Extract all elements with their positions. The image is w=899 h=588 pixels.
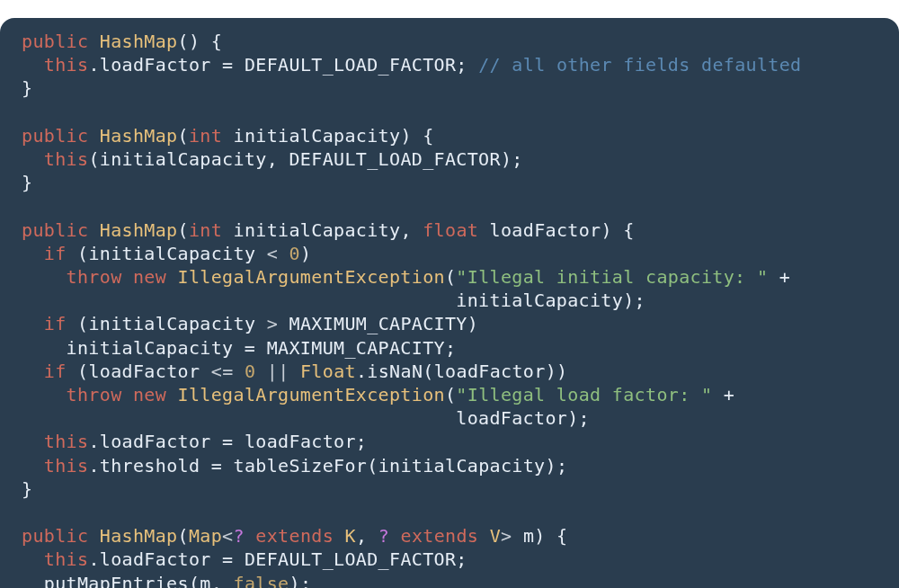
code-token: loadFactor [245, 431, 356, 452]
code-token: , [356, 525, 367, 547]
code-token: new [133, 384, 166, 405]
code-token [289, 361, 300, 382]
code-token [22, 337, 67, 359]
code-token [22, 266, 67, 288]
code-token: IllegalArgumentException [178, 384, 445, 405]
code-token [234, 431, 245, 452]
code-token: , [400, 219, 411, 241]
code-token: ) [556, 361, 567, 382]
code-token: = [222, 54, 233, 76]
code-token: ? [234, 525, 245, 547]
code-token [467, 54, 478, 76]
code-token: = [222, 548, 233, 570]
code-token: ) [501, 148, 512, 170]
code-token: HashMap [100, 125, 178, 147]
code-token [612, 219, 623, 241]
code-token: ( [445, 384, 456, 405]
code-token: "Illegal load factor: " [456, 384, 712, 405]
code-token: ( [423, 361, 433, 382]
code-token: { [556, 525, 567, 547]
code-token [412, 219, 423, 241]
code-token: this [44, 455, 89, 477]
code-token [122, 384, 133, 405]
code-token: HashMap [100, 525, 178, 547]
code-token: extends [255, 525, 334, 547]
code-token [88, 125, 99, 147]
code-token: ( [445, 266, 456, 288]
code-token: = [211, 455, 222, 477]
code-token: this [44, 431, 89, 452]
code-token: ; [635, 290, 645, 311]
code-token: MAXIMUM_CAPACITY [289, 313, 467, 334]
code-token: V [490, 525, 501, 547]
code-token: ; [356, 431, 367, 452]
code-token: false [234, 573, 289, 588]
code-token: isNaN [367, 361, 423, 382]
code-token [389, 525, 400, 547]
code-token: ) [289, 573, 299, 588]
code-token [22, 290, 456, 311]
code-token: float [423, 219, 478, 241]
code-token: ( [178, 125, 189, 147]
code-token: ( [77, 313, 88, 334]
code-token: loadFactor [100, 431, 211, 452]
code-token: . [356, 361, 367, 382]
code-token [166, 384, 177, 405]
code-token [88, 31, 99, 52]
code-token: // all other fields defaulted [478, 54, 801, 76]
code-token [278, 243, 289, 264]
code-token [166, 266, 177, 288]
code-token: ; [579, 407, 590, 429]
code-token: ( [88, 148, 99, 170]
code-token [88, 525, 99, 547]
code-token: initialCapacity [88, 243, 255, 264]
code-token: public [22, 525, 88, 547]
code-token: , [267, 148, 278, 170]
code-token: Map [189, 525, 222, 547]
code-token: ; [512, 148, 522, 170]
code-token: this [44, 54, 89, 76]
code-token: } [22, 172, 32, 193]
code-token: loadFactor [100, 54, 211, 76]
code-token: + [724, 384, 734, 405]
code-token: int [189, 219, 222, 241]
code-token: < [222, 525, 233, 547]
code-token [255, 337, 266, 359]
code-token [22, 431, 44, 452]
code-token [67, 361, 77, 382]
code-token: initialCapacity [234, 125, 401, 147]
code-token: Float [300, 361, 356, 382]
code-token [234, 54, 245, 76]
code-token: threshold [100, 455, 200, 477]
code-token: ; [456, 548, 467, 570]
code-token: || [267, 361, 289, 382]
code-token [367, 525, 378, 547]
code-token: } [22, 77, 32, 99]
code-token [22, 361, 44, 382]
code-token: ) [623, 290, 634, 311]
code-token: throw [67, 266, 122, 288]
code-token: loadFactor [100, 548, 211, 570]
code-token: DEFAULT_LOAD_FACTOR [245, 548, 456, 570]
code-token: ( [77, 243, 88, 264]
code-token: ( [178, 219, 189, 241]
code-token [22, 148, 44, 170]
code-token [234, 548, 245, 570]
code-token: { [623, 219, 634, 241]
code-token: ( [367, 455, 378, 477]
code-token: { [211, 31, 222, 52]
code-token: ; [445, 337, 456, 359]
code-token: IllegalArgumentException [178, 266, 445, 288]
code-token: ? [378, 525, 389, 547]
code-token [478, 525, 489, 547]
code-token: tableSizeFor [234, 455, 368, 477]
code-token: K [344, 525, 355, 547]
code-token: . [88, 455, 99, 477]
code-token: if [44, 313, 67, 334]
code-token: = [222, 431, 233, 452]
code-token [22, 455, 44, 477]
code-token: ) [467, 313, 478, 334]
code-token [211, 548, 222, 570]
code-token: DEFAULT_LOAD_FACTOR [245, 54, 456, 76]
code-token: this [44, 148, 89, 170]
